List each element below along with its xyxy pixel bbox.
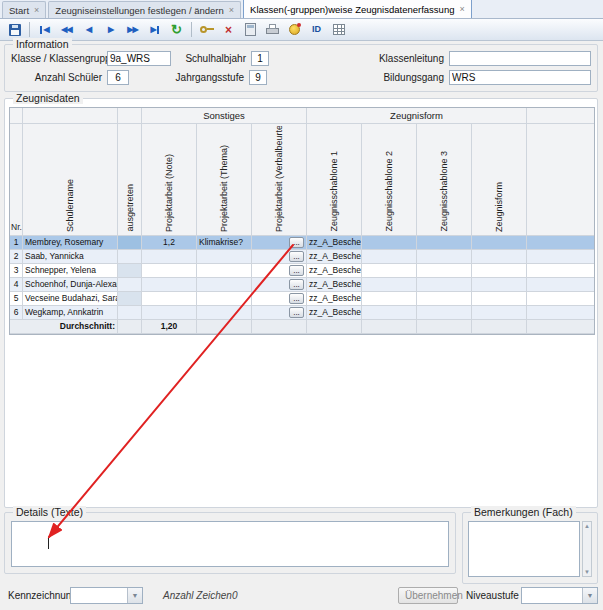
table-row[interactable]: 5 Vecseine Budahazi, Sarah-C... ... zz_A… [10, 292, 594, 306]
projektarbeit-verbal-cell[interactable]: ... [252, 250, 307, 264]
zeugnisschablone-2-cell[interactable] [362, 292, 417, 306]
ellipsis-button[interactable]: ... [289, 279, 304, 290]
kennzeichnung-select[interactable]: ▼ [70, 587, 143, 604]
zeugnisform-cell[interactable] [472, 236, 527, 250]
alarm-button[interactable] [284, 20, 305, 39]
chevron-down-icon[interactable]: ▼ [582, 588, 597, 603]
tab-zeugnisdatenerfassung[interactable]: Klassen(-gruppen)weise Zeugnisdatenerfas… [243, 0, 472, 18]
details-textarea[interactable] [12, 522, 448, 566]
jahrgangsstufe-input[interactable] [249, 70, 267, 85]
zeugnisschablone-2-cell[interactable] [362, 250, 417, 264]
student-name-cell[interactable]: Wegkamp, Annkatrin [23, 306, 118, 320]
ausgetreten-cell[interactable] [118, 236, 142, 250]
projektarbeit-thema-cell[interactable] [197, 292, 252, 306]
ellipsis-button[interactable]: ... [289, 251, 304, 262]
ellipsis-button[interactable]: ... [289, 307, 304, 318]
zeugnisschablone-1-cell[interactable]: zz_A_Beschei... [307, 292, 362, 306]
projektarbeit-note-cell[interactable] [142, 278, 197, 292]
calculator-button[interactable] [240, 20, 261, 39]
projektarbeit-thema-cell[interactable] [197, 264, 252, 278]
delete-button[interactable]: × [218, 20, 239, 39]
anzahl-schueler-input[interactable] [107, 70, 129, 85]
table-row[interactable]: 2 Saab, Yannicka ... zz_A_Beschei... [10, 250, 594, 264]
projektarbeit-verbal-cell[interactable]: ... [252, 278, 307, 292]
student-name-cell[interactable]: Saab, Yannicka [23, 250, 118, 264]
ausgetreten-cell[interactable] [118, 292, 142, 306]
zeugnisform-cell[interactable] [472, 306, 527, 320]
ellipsis-button[interactable]: ... [289, 293, 304, 304]
zeugnisschablone-1-cell[interactable]: zz_A_Beschei... [307, 250, 362, 264]
projektarbeit-note-cell[interactable] [142, 292, 197, 306]
klassenleitung-input[interactable] [449, 51, 591, 66]
zeugnisschablone-2-cell[interactable] [362, 278, 417, 292]
projektarbeit-verbal-cell[interactable]: ... [252, 306, 307, 320]
nav-prev-button[interactable]: ◀ [78, 20, 99, 39]
id-button[interactable]: ID [306, 20, 327, 39]
student-name-cell[interactable]: Membrey, Rosemary [23, 236, 118, 250]
zeugnisschablone-3-cell[interactable] [417, 264, 472, 278]
tab-start[interactable]: Start × [2, 1, 46, 18]
student-name-cell[interactable]: Vecseine Budahazi, Sarah-C... [23, 292, 118, 306]
grid-button[interactable] [328, 20, 349, 39]
table-row[interactable]: 1 Membrey, Rosemary 1,2 Klimakrise? ... … [10, 236, 594, 250]
niveaustufe-select[interactable]: ▼ [521, 587, 598, 604]
projektarbeit-note-cell[interactable]: 1,2 [142, 236, 197, 250]
scroll-up-icon[interactable]: ▲ [584, 522, 590, 530]
zeugnisschablone-2-cell[interactable] [362, 306, 417, 320]
ausgetreten-cell[interactable] [118, 306, 142, 320]
scroll-down-icon[interactable]: ▼ [584, 568, 590, 576]
projektarbeit-thema-cell[interactable] [197, 306, 252, 320]
zeugnisschablone-3-cell[interactable] [417, 250, 472, 264]
projektarbeit-note-cell[interactable] [142, 306, 197, 320]
zeugnisform-cell[interactable] [472, 292, 527, 306]
print-button[interactable] [262, 20, 283, 39]
schulhalbjahr-input[interactable] [251, 51, 269, 66]
table-row[interactable]: 3 Schnepper, Yelena ... zz_A_Beschei... [10, 264, 594, 278]
zeugnisform-cell[interactable] [472, 250, 527, 264]
nav-next-button[interactable]: ▶ [100, 20, 121, 39]
ausgetreten-cell[interactable] [118, 250, 142, 264]
zeugnisschablone-3-cell[interactable] [417, 278, 472, 292]
zeugnisschablone-3-cell[interactable] [417, 306, 472, 320]
projektarbeit-note-cell[interactable] [142, 264, 197, 278]
table-row[interactable]: 4 Schoenhof, Dunja-Alexandra ... zz_A_Be… [10, 278, 594, 292]
student-name-cell[interactable]: Schoenhof, Dunja-Alexandra [23, 278, 118, 292]
projektarbeit-thema-cell[interactable] [197, 278, 252, 292]
uebernehmen-button[interactable]: Übernehmen [398, 587, 458, 604]
zeugnisschablone-3-cell[interactable] [417, 236, 472, 250]
nav-first-button[interactable]: ◀ [34, 20, 55, 39]
zeugnisform-cell[interactable] [472, 264, 527, 278]
projektarbeit-thema-cell[interactable] [197, 250, 252, 264]
close-icon[interactable]: × [459, 4, 464, 14]
ellipsis-button[interactable]: ... [289, 265, 304, 276]
zeugnisschablone-3-cell[interactable] [417, 292, 472, 306]
student-name-cell[interactable]: Schnepper, Yelena [23, 264, 118, 278]
projektarbeit-verbal-cell[interactable]: ... [252, 236, 307, 250]
save-button[interactable] [4, 20, 25, 39]
projektarbeit-note-cell[interactable] [142, 250, 197, 264]
bemerkungen-textarea[interactable] [469, 522, 579, 576]
zeugnisschablone-1-cell[interactable]: zz_A_Beschei... [307, 278, 362, 292]
scrollbar[interactable]: ▲ ▼ [582, 521, 592, 577]
close-icon[interactable]: × [229, 5, 234, 15]
zeugnisschablone-1-cell[interactable]: zz_A_Beschei... [307, 264, 362, 278]
nav-fast-forward-button[interactable]: ▶▶ [122, 20, 143, 39]
zeugnisschablone-2-cell[interactable] [362, 264, 417, 278]
close-icon[interactable]: × [34, 5, 39, 15]
chevron-down-icon[interactable]: ▼ [127, 588, 142, 603]
zeugnisform-cell[interactable] [472, 278, 527, 292]
ausgetreten-cell[interactable] [118, 264, 142, 278]
zeugnisschablone-2-cell[interactable] [362, 236, 417, 250]
refresh-button[interactable]: ↻ [166, 20, 187, 39]
nav-fast-back-button[interactable]: ◀◀ [56, 20, 77, 39]
klasse-input[interactable] [107, 51, 171, 66]
tab-zeugniseinstellungen[interactable]: Zeugniseinstellungen festlegen / ändern … [48, 1, 241, 18]
bildungsgang-input[interactable] [449, 70, 591, 85]
projektarbeit-verbal-cell[interactable]: ... [252, 264, 307, 278]
ausgetreten-cell[interactable] [118, 278, 142, 292]
projektarbeit-verbal-cell[interactable]: ... [252, 292, 307, 306]
zeugnisschablone-1-cell[interactable]: zz_A_Beschei... [307, 236, 362, 250]
zeugnisschablone-1-cell[interactable]: zz_A_Beschei... [307, 306, 362, 320]
ellipsis-button[interactable]: ... [289, 237, 304, 248]
projektarbeit-thema-cell[interactable]: Klimakrise? [197, 236, 252, 250]
